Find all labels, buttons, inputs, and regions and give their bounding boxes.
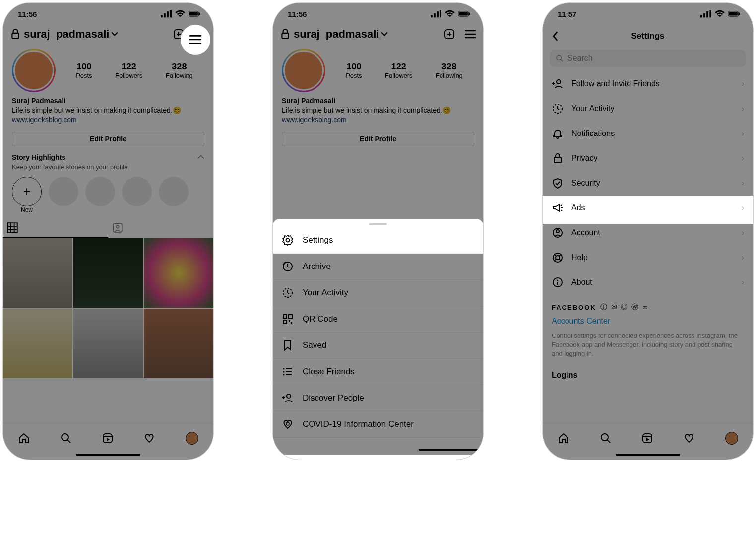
svg-line-65 — [561, 59, 563, 61]
sheet-handle[interactable] — [369, 223, 387, 225]
reels-icon[interactable] — [102, 432, 114, 444]
search-icon[interactable] — [600, 432, 612, 444]
svg-rect-57 — [700, 15, 702, 17]
svg-point-82 — [601, 434, 608, 441]
stat-followers[interactable]: 122Followers — [385, 62, 413, 79]
menu-item-covid[interactable]: COVID-19 Information Center — [273, 411, 483, 438]
stat-posts[interactable]: 100Posts — [76, 62, 92, 79]
back-icon[interactable] — [550, 31, 561, 42]
chevron-right-icon: › — [742, 179, 744, 188]
settings-item-notifications[interactable]: Notifications › — [543, 121, 753, 146]
grid-icon — [7, 222, 18, 233]
nav-profile-avatar[interactable] — [186, 432, 198, 445]
add-person-icon — [282, 392, 294, 404]
settings-item-account[interactable]: Account › — [543, 220, 753, 245]
qr-icon — [282, 313, 294, 325]
facebook-section-header: FACEBOOK ⓕ ✉ ◎ ⓦ ∞ — [543, 295, 753, 315]
username-text: suraj_padmasali — [294, 28, 379, 41]
settings-item-follow[interactable]: Follow and Invite Friends › — [543, 71, 753, 96]
bio-link[interactable]: www.igeeksblog.com — [282, 115, 474, 125]
battery-icon — [189, 8, 200, 20]
svg-rect-42 — [283, 315, 287, 318]
stat-following[interactable]: 328Following — [166, 62, 193, 79]
heart-info-icon — [282, 418, 294, 430]
settings-item-help[interactable]: Help › — [543, 245, 753, 270]
status-bar: 11:57 — [543, 3, 753, 25]
username-dropdown[interactable]: suraj_padmasali — [24, 28, 170, 41]
username-dropdown[interactable]: suraj_padmasali — [294, 28, 441, 41]
menu-label: QR Code — [303, 314, 338, 324]
svg-rect-14 — [7, 223, 17, 233]
chevron-right-icon: › — [742, 79, 744, 88]
svg-point-51 — [283, 371, 285, 373]
settings-item-security[interactable]: Security › — [543, 171, 753, 196]
edit-profile-button[interactable]: Edit Profile — [12, 132, 204, 146]
chevron-right-icon: › — [742, 203, 744, 212]
facebook-product-icons: ⓕ ✉ ◎ ⓦ ∞ — [600, 303, 649, 312]
accounts-center-link[interactable]: Accounts Center — [543, 315, 753, 330]
search-icon[interactable] — [60, 432, 72, 444]
settings-search[interactable]: Search — [550, 50, 746, 67]
menu-item-close-friends[interactable]: Close Friends — [273, 359, 483, 385]
highlight-new[interactable]: + New — [12, 177, 42, 213]
menu-item-archive[interactable]: Archive — [273, 254, 483, 280]
heart-icon[interactable] — [143, 432, 155, 444]
post-thumbnail[interactable] — [73, 238, 143, 308]
post-thumbnail[interactable] — [144, 238, 213, 308]
lock-icon — [280, 29, 291, 40]
settings-item-ads[interactable]: Ads › — [543, 196, 753, 220]
list-icon — [282, 366, 294, 378]
new-post-icon[interactable] — [443, 28, 455, 40]
svg-rect-5 — [189, 12, 198, 16]
reels-icon[interactable] — [641, 432, 653, 444]
profile-avatar[interactable] — [282, 49, 325, 92]
posts-grid — [3, 238, 213, 378]
svg-rect-46 — [291, 322, 292, 324]
bio-link[interactable]: www.igeeksblog.com — [12, 115, 204, 125]
highlight-placeholder — [85, 177, 115, 206]
stat-followers[interactable]: 122Followers — [115, 62, 143, 79]
post-thumbnail[interactable] — [144, 309, 213, 378]
profile-avatar[interactable] — [12, 49, 56, 92]
svg-rect-31 — [469, 12, 470, 15]
hamburger-icon[interactable] — [464, 30, 476, 39]
status-icons — [161, 8, 200, 20]
svg-point-80 — [557, 280, 558, 281]
post-thumbnail[interactable] — [73, 309, 143, 378]
settings-item-activity[interactable]: Your Activity › — [543, 96, 753, 121]
settings-item-privacy[interactable]: Privacy › — [543, 146, 753, 171]
svg-rect-70 — [554, 157, 561, 163]
lock-icon — [10, 29, 21, 40]
home-icon[interactable] — [558, 432, 569, 444]
tab-grid[interactable] — [3, 218, 108, 238]
home-indicator — [419, 449, 483, 451]
stat-posts[interactable]: 100Posts — [346, 62, 362, 79]
menu-item-discover[interactable]: Discover People — [273, 385, 483, 411]
chevron-right-icon: › — [742, 104, 744, 113]
nav-profile-avatar[interactable] — [725, 432, 738, 445]
chevron-right-icon: › — [742, 154, 744, 163]
menu-item-activity[interactable]: Your Activity — [273, 280, 483, 306]
post-thumbnail[interactable] — [3, 238, 72, 308]
edit-profile-button[interactable]: Edit Profile — [282, 132, 474, 146]
stat-following[interactable]: 328Following — [436, 62, 463, 79]
heart-icon[interactable] — [683, 432, 695, 444]
bookmark-icon — [282, 339, 294, 351]
menu-item-settings[interactable]: Settings — [273, 227, 483, 254]
status-bar: 11:56 — [273, 3, 483, 25]
menu-label: Archive — [303, 262, 331, 271]
post-thumbnail[interactable] — [3, 309, 72, 378]
hamburger-button[interactable] — [181, 25, 210, 55]
facebook-description: Control settings for connected experienc… — [543, 330, 753, 366]
svg-rect-63 — [739, 12, 740, 15]
tab-tagged[interactable] — [108, 218, 213, 238]
highlights-header[interactable]: Story Highlights — [3, 151, 213, 163]
menu-item-qr[interactable]: QR Code — [273, 306, 483, 333]
status-time: 11:56 — [18, 10, 37, 18]
svg-point-64 — [557, 55, 561, 60]
home-icon[interactable] — [18, 432, 30, 444]
menu-item-saved[interactable]: Saved — [273, 333, 483, 359]
svg-rect-3 — [170, 10, 172, 18]
settings-item-about[interactable]: About › — [543, 270, 753, 295]
screen-profile: 11:56 suraj_padmasali 100Posts 122Follow… — [3, 3, 213, 460]
